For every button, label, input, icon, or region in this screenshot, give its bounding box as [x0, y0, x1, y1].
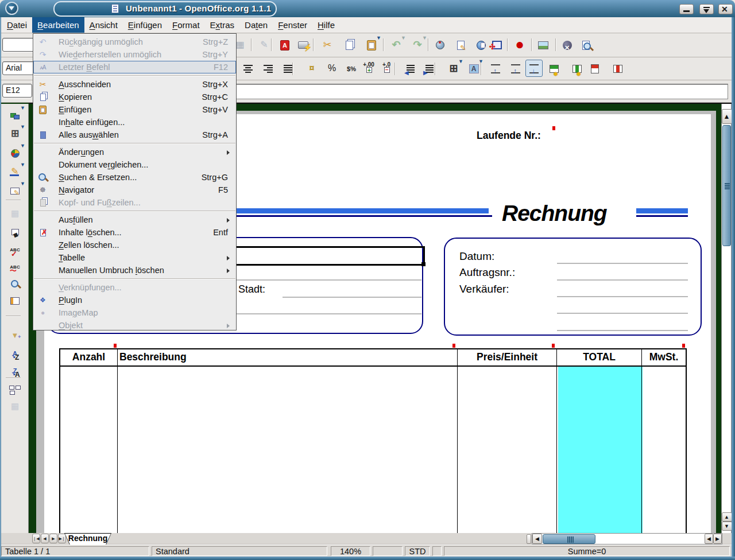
- scrollbar-splitter[interactable]: [527, 534, 531, 544]
- justify-icon[interactable]: [281, 61, 296, 76]
- menu-item-plugin[interactable]: ❖PlugIn: [33, 294, 236, 306]
- form-controls-icon[interactable]: ✎▼: [7, 183, 23, 198]
- menu-item-imagemap[interactable]: ●ImageMap: [33, 306, 236, 319]
- menu-item-paste[interactable]: EinfügenStrg+V: [33, 103, 236, 116]
- menu-item-copy[interactable]: KopierenStrg+C: [33, 91, 236, 103]
- zoom-icon[interactable]: ✣: [489, 37, 504, 52]
- align-center-icon[interactable]: [241, 61, 256, 76]
- borders-icon[interactable]: ⊞▼: [446, 61, 461, 76]
- menu-item-paste-special[interactable]: Inhalte einfügen...: [33, 116, 236, 129]
- page-preview-icon[interactable]: [578, 37, 593, 52]
- scroll-left-button[interactable]: ◀: [532, 534, 542, 544]
- scroll-up-button[interactable]: ▲: [722, 109, 732, 124]
- maximize-button[interactable]: [699, 4, 714, 14]
- menu-item-changes[interactable]: Änderungen: [33, 146, 236, 158]
- invoice-table-body[interactable]: [59, 367, 687, 533]
- menu-item-undo[interactable]: ↶Rückgängig unmöglichStrg+Z: [33, 36, 236, 48]
- status-zoom[interactable]: 140%: [331, 546, 370, 556]
- menu-item-cut[interactable]: ✂AusschneidenStrg+X: [33, 78, 236, 91]
- previous-sheet-button[interactable]: ◀: [41, 534, 49, 543]
- stylist-icon[interactable]: ✎: [453, 37, 468, 52]
- auto-spellcheck-icon[interactable]: ABC〜: [7, 258, 23, 273]
- menu-datei[interactable]: Datei: [2, 17, 32, 33]
- decrease-indent-icon[interactable]: ◀: [403, 61, 418, 76]
- first-sheet-button[interactable]: ❘◀: [32, 534, 40, 543]
- status-page-style[interactable]: Standard: [152, 546, 327, 556]
- paste-icon[interactable]: ▼: [364, 37, 379, 52]
- insert-object-icon[interactable]: ▼: [7, 107, 23, 122]
- cut-icon[interactable]: ✂: [320, 37, 335, 52]
- horizontal-scrollbar-thumb[interactable]: [543, 534, 595, 544]
- export-pdf-icon[interactable]: A: [277, 37, 292, 52]
- navigator-icon[interactable]: [432, 37, 447, 52]
- menu-item-delete-cells[interactable]: Zellen löschen...: [33, 239, 236, 251]
- menu-item-compare-document[interactable]: Dokument vergleichen...: [33, 158, 236, 171]
- insert-row-icon[interactable]: ✹: [547, 61, 562, 76]
- menu-item-select-all[interactable]: Alles auswählenStrg+A: [33, 129, 236, 141]
- align-bottom-icon[interactable]: ↓: [527, 61, 541, 76]
- add-decimal-icon[interactable]: +,00+: [361, 61, 376, 76]
- find-icon[interactable]: [7, 276, 23, 291]
- data-sources-icon[interactable]: [7, 293, 23, 308]
- align-top-icon[interactable]: ↑: [488, 61, 503, 76]
- scroll-up-button-bottom[interactable]: ▲: [722, 512, 732, 522]
- menu-item-navigator[interactable]: ☸NavigatorF5: [33, 184, 236, 196]
- insert-cells-icon[interactable]: ⊞▼: [7, 126, 23, 141]
- close-button[interactable]: ✕: [718, 4, 733, 14]
- menu-item-links[interactable]: Verknüpfungen...: [33, 281, 236, 294]
- menu-hilfe[interactable]: Hilfe: [312, 17, 340, 33]
- minimize-button[interactable]: [679, 4, 694, 14]
- align-center-vertical-icon[interactable]: ↕: [508, 61, 523, 76]
- undo-icon[interactable]: ↶▼: [389, 37, 404, 52]
- menu-item-find-replace[interactable]: Suchen & Ersetzen...Strg+G: [33, 171, 236, 184]
- menu-einfuegen[interactable]: Einfügen: [123, 17, 167, 33]
- menu-format[interactable]: Format: [167, 17, 205, 33]
- insert-column-icon[interactable]: ✹: [570, 61, 585, 76]
- title-bar[interactable]: Unbenannt1 - OpenOffice.org 1.1.1 ✕: [0, 0, 735, 17]
- ungroup-icon[interactable]: ▦: [7, 399, 23, 414]
- sort-descending-icon[interactable]: ZA↘: [7, 363, 23, 378]
- edit-file-icon[interactable]: ✎: [257, 37, 272, 52]
- autofilter-icon[interactable]: ▼✦: [7, 328, 23, 343]
- status-mode[interactable]: STD: [405, 546, 430, 556]
- menu-item-sheet[interactable]: Tabelle: [33, 251, 236, 264]
- vertical-scrollbar-thumb[interactable]: [722, 125, 731, 246]
- delete-decimal-icon[interactable]: +,0−: [379, 61, 394, 76]
- percent-icon[interactable]: %: [324, 61, 339, 76]
- background-color-icon[interactable]: A▼: [466, 61, 481, 76]
- sheet-tab-rechnung[interactable]: Rechnung: [64, 533, 111, 545]
- print-icon[interactable]: ⚡: [296, 37, 311, 52]
- menu-item-repeat-last-command[interactable]: AALetzter BefehlF12: [33, 61, 236, 73]
- currency-icon[interactable]: ¤: [304, 61, 319, 76]
- menu-daten[interactable]: Daten: [239, 17, 273, 33]
- group-icon[interactable]: [7, 383, 23, 398]
- record-macro-icon[interactable]: ●: [512, 37, 527, 52]
- menu-fenster[interactable]: Fenster: [273, 17, 312, 33]
- number-format-standard-icon[interactable]: $%: [344, 61, 359, 76]
- menu-extras[interactable]: Extras: [205, 17, 240, 33]
- scroll-left-button-right[interactable]: ◀: [705, 534, 713, 544]
- fill-format-icon[interactable]: ◆: [7, 224, 23, 239]
- cell-reference-box[interactable]: E12: [2, 84, 32, 98]
- draw-functions-icon[interactable]: ✎▼: [7, 164, 23, 179]
- insert-chart-icon[interactable]: ▼: [7, 145, 23, 160]
- status-sum[interactable]: Summe=0: [444, 546, 730, 556]
- menu-item-object[interactable]: Objekt: [33, 319, 236, 332]
- menu-item-headers-footers[interactable]: Kopf- und Fußzeilen...: [33, 196, 236, 209]
- stop-icon[interactable]: ✕: [560, 37, 575, 52]
- spellcheck-icon[interactable]: ABC✓: [7, 241, 23, 256]
- autoformat-icon[interactable]: ▦: [7, 206, 23, 221]
- delete-column-icon[interactable]: [610, 61, 625, 76]
- copy-icon[interactable]: [342, 37, 357, 52]
- menu-item-delete-manual-break[interactable]: Manuellen Umbruch löschen: [33, 264, 236, 277]
- delete-row-icon[interactable]: [587, 61, 602, 76]
- menu-item-delete-contents[interactable]: ✗Inhalte löschen...Entf: [33, 226, 236, 239]
- menu-item-fill[interactable]: Ausfüllen: [33, 213, 236, 226]
- sort-ascending-icon[interactable]: AZ↘: [7, 345, 23, 360]
- menu-item-redo[interactable]: ↷Wiederherstellen unmöglichStrg+Y: [33, 48, 236, 61]
- scroll-down-button[interactable]: ▼: [722, 522, 732, 531]
- menu-ansicht[interactable]: Ansicht: [84, 17, 123, 33]
- system-menu-button[interactable]: [5, 2, 18, 15]
- next-sheet-button[interactable]: ▶: [49, 534, 57, 543]
- fill-handle[interactable]: [421, 262, 425, 266]
